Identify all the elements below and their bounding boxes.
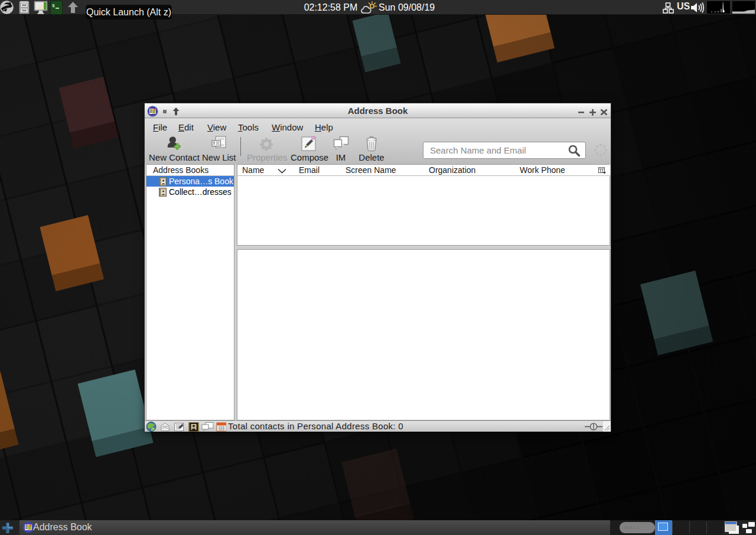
svg-text:$: $ <box>52 3 55 8</box>
